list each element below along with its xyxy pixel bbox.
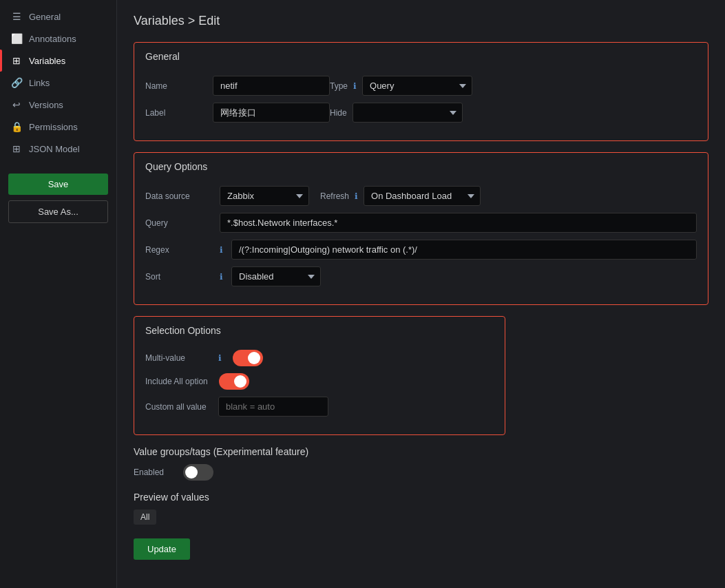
custom-all-row: Custom all value — [145, 397, 494, 417]
multi-value-info-icon[interactable]: ℹ — [218, 353, 222, 363]
update-button[interactable]: Update — [134, 538, 190, 560]
name-group: Name — [145, 76, 330, 96]
hide-label: Hide — [330, 108, 347, 118]
json-model-icon: ⊞ — [11, 143, 22, 154]
annotations-icon: ⬜ — [11, 33, 22, 44]
type-info-icon[interactable]: ℹ — [353, 81, 357, 91]
label-group: Label — [145, 103, 330, 123]
refresh-label: Refresh — [320, 191, 349, 201]
hide-select[interactable]: Label Variable — [353, 103, 463, 123]
include-all-slider — [219, 373, 249, 390]
value-groups-row: Enabled — [134, 464, 708, 481]
sidebar-item-variables[interactable]: ⊞ Variables — [0, 50, 116, 72]
regex-info-icon[interactable]: ℹ — [220, 245, 223, 255]
general-icon: ☰ — [11, 11, 22, 22]
datasource-select[interactable]: Zabbix Prometheus Graphite — [220, 186, 309, 206]
type-label: Type — [330, 81, 348, 91]
preview-title: Preview of values — [134, 492, 708, 503]
sidebar-item-label: Annotations — [29, 34, 76, 44]
include-all-row: Include All option — [145, 373, 494, 390]
refresh-info-icon[interactable]: ℹ — [355, 191, 358, 201]
name-type-row: Name Type ℹ Query Custom Text box Consta… — [145, 76, 697, 96]
sidebar-item-label: Links — [29, 78, 50, 88]
permissions-icon: 🔒 — [11, 121, 22, 132]
save-button[interactable]: Save — [8, 174, 108, 195]
hide-group: Hide Label Variable — [330, 103, 697, 123]
selection-section-body: Multi-value ℹ Include All option Custom … — [134, 344, 505, 434]
datasource-label: Data source — [145, 191, 214, 201]
sidebar-buttons: Save Save As... — [0, 165, 116, 231]
sidebar-item-label: Versions — [29, 100, 63, 110]
sidebar-item-label: JSON Model — [29, 144, 80, 154]
query-label: Query — [145, 218, 214, 228]
sidebar-item-annotations[interactable]: ⬜ Annotations — [0, 28, 116, 50]
sidebar-item-json-model[interactable]: ⊞ JSON Model — [0, 138, 116, 160]
value-groups-title: Value groups/tags (Experimental feature) — [134, 446, 708, 457]
query-input[interactable] — [220, 213, 697, 233]
links-icon: 🔗 — [11, 77, 22, 88]
variables-icon: ⊞ — [11, 55, 22, 66]
sidebar-item-links[interactable]: 🔗 Links — [0, 72, 116, 94]
sort-select[interactable]: Disabled Alphabetical (asc) Alphabetical… — [231, 266, 321, 286]
query-section-body: Data source Zabbix Prometheus Graphite R… — [134, 180, 708, 304]
query-section-title: Query Options — [134, 153, 708, 180]
sidebar-item-general[interactable]: ☰ General — [0, 6, 116, 28]
type-select[interactable]: Query Custom Text box Constant Data sour… — [362, 76, 472, 96]
selection-section-title: Selection Options — [134, 317, 505, 344]
label-label: Label — [145, 108, 207, 118]
sort-label: Sort — [145, 272, 214, 282]
sort-row: Sort ℹ Disabled Alphabetical (asc) Alpha… — [145, 266, 697, 286]
enabled-label: Enabled — [134, 468, 175, 477]
sidebar: ☰ General ⬜ Annotations ⊞ Variables 🔗 Li… — [0, 0, 117, 588]
sidebar-item-versions[interactable]: ↩ Versions — [0, 94, 116, 116]
enabled-slider — [183, 464, 213, 481]
datasource-group: Data source Zabbix Prometheus Graphite — [145, 186, 309, 206]
preview-section: Preview of values All — [134, 492, 708, 525]
regex-label: Regex — [145, 245, 214, 255]
multi-value-slider — [233, 350, 263, 366]
custom-all-input[interactable] — [218, 397, 328, 417]
name-label: Name — [145, 81, 207, 91]
refresh-group: Refresh ℹ Never On Dashboard Load On Tim… — [320, 186, 481, 206]
include-all-label: Include All option — [145, 377, 208, 386]
general-section-body: Name Type ℹ Query Custom Text box Consta… — [134, 70, 708, 140]
regex-row: Regex ℹ — [145, 240, 697, 260]
page-title: Variables > Edit — [134, 14, 708, 28]
sidebar-item-label: Variables — [29, 56, 65, 66]
name-input[interactable] — [213, 76, 330, 96]
enabled-toggle[interactable] — [183, 464, 213, 481]
type-group: Type ℹ Query Custom Text box Constant Da… — [330, 76, 697, 96]
value-groups-section: Value groups/tags (Experimental feature)… — [134, 446, 708, 481]
label-input[interactable] — [213, 103, 330, 123]
general-section: General Name Type ℹ Query Custom Text bo… — [134, 42, 708, 141]
save-as-button[interactable]: Save As... — [8, 200, 108, 223]
sort-info-icon[interactable]: ℹ — [220, 272, 223, 282]
regex-input[interactable] — [231, 240, 697, 260]
preview-badge: All — [134, 510, 156, 525]
main-content: Variables > Edit General Name Type ℹ Que… — [117, 0, 725, 588]
sidebar-item-label: General — [29, 12, 61, 22]
refresh-select[interactable]: Never On Dashboard Load On Time Range Ch… — [364, 186, 481, 206]
custom-all-label: Custom all value — [145, 402, 207, 412]
multi-value-toggle[interactable] — [233, 350, 263, 366]
sidebar-item-label: Permissions — [29, 122, 78, 132]
datasource-refresh-row: Data source Zabbix Prometheus Graphite R… — [145, 186, 697, 206]
label-hide-row: Label Hide Label Variable — [145, 103, 697, 123]
general-section-title: General — [134, 43, 708, 70]
versions-icon: ↩ — [11, 99, 22, 110]
query-row: Query — [145, 213, 697, 233]
multi-value-row: Multi-value ℹ — [145, 350, 494, 366]
include-all-toggle[interactable] — [219, 373, 249, 390]
query-section: Query Options Data source Zabbix Prometh… — [134, 152, 708, 305]
sidebar-item-permissions[interactable]: 🔒 Permissions — [0, 116, 116, 138]
selection-section: Selection Options Multi-value ℹ Include … — [134, 316, 505, 435]
multi-value-label: Multi-value — [145, 353, 207, 363]
